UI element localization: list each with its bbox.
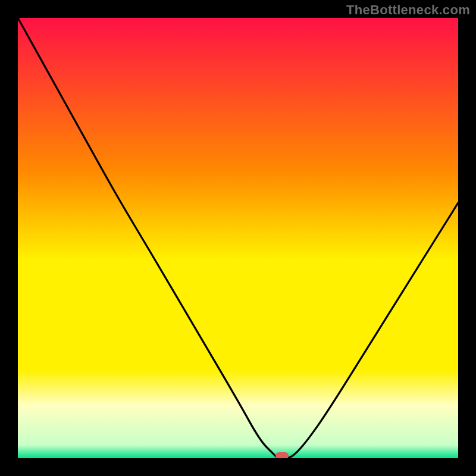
chart-frame: TheBottleneck.com	[0, 0, 476, 476]
optimal-marker	[275, 452, 289, 458]
attribution-label: TheBottleneck.com	[346, 2, 470, 18]
bottleneck-curve	[18, 18, 458, 458]
plot-area	[18, 18, 458, 458]
